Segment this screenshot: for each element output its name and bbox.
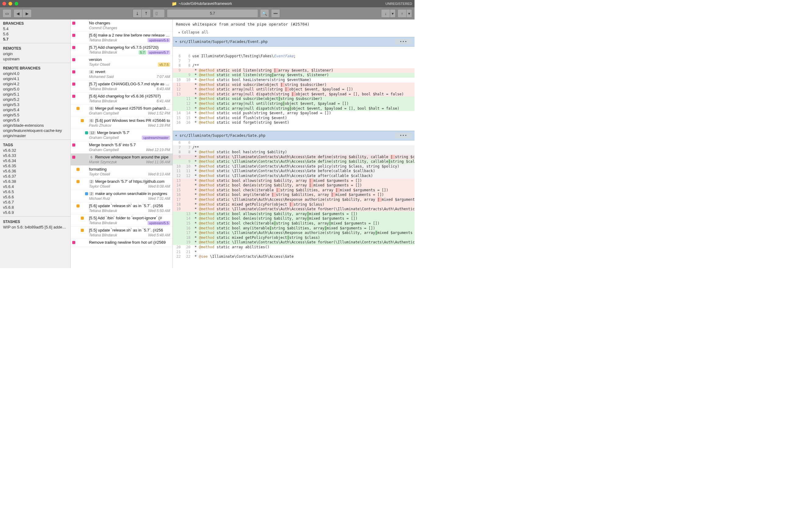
search-button[interactable]: 🔍 bbox=[260, 9, 269, 18]
sidebar-item[interactable]: upstream bbox=[0, 56, 70, 62]
sidebar-item[interactable]: origin/5.5 bbox=[0, 112, 70, 118]
diff-line[interactable]: 13 * @method static bool allows(string $… bbox=[173, 179, 415, 183]
diff-line[interactable]: 77 bbox=[173, 59, 415, 64]
sidebar-item[interactable]: v5.6.4 bbox=[0, 184, 70, 189]
diff-line[interactable]: 12 * @method static array|null until(str… bbox=[173, 101, 415, 106]
diff-line[interactable]: 66use Illuminate\Support\Testing\Fakes\E… bbox=[173, 54, 415, 59]
commit-row[interactable]: [5.6] Add changelog for v5.6.36 (#25707)… bbox=[71, 93, 173, 105]
commit-row[interactable]: formattingTaylor OtwellWed 8:13 AM bbox=[71, 166, 173, 178]
sidebar-item[interactable]: v5.6.37 bbox=[0, 174, 70, 179]
commit-row[interactable]: Merge branch '5.6' into 5.7Graham Campbe… bbox=[71, 141, 173, 153]
close-icon[interactable] bbox=[2, 2, 6, 5]
back-button[interactable]: ◀ bbox=[13, 9, 22, 18]
diff-line[interactable]: 19 * @method static \Illuminate\Contract… bbox=[173, 207, 415, 212]
sidebar-item[interactable]: v5.6.33 bbox=[0, 153, 70, 158]
commit-row[interactable]: 12Merge branch '5.7'Graham Campbellupstr… bbox=[71, 129, 173, 141]
sidebar-item[interactable]: origin/5.4 bbox=[0, 107, 70, 112]
diff-line[interactable]: 9 * @method static \Illuminate\Contracts… bbox=[173, 159, 415, 164]
diff-line[interactable]: 88/** bbox=[173, 63, 415, 68]
diff-line[interactable]: 77/** bbox=[173, 145, 415, 150]
pull-button[interactable]: ⤓ bbox=[132, 9, 142, 18]
commit-row[interactable]: 6Merge pull request #25705 from pahan35/… bbox=[71, 105, 173, 117]
file-header[interactable]: src/Illuminate/Support/Facades/Gate.php•… bbox=[173, 131, 415, 141]
sidebar-item[interactable]: v5.6.34 bbox=[0, 158, 70, 163]
diff-line[interactable]: 1111 * @method static \Illuminate\Contra… bbox=[173, 169, 415, 174]
diff-line[interactable]: 13 * @method static array|null dispatch(… bbox=[173, 106, 415, 111]
diff-line[interactable]: 9 * @method static void listen(string | … bbox=[173, 68, 415, 73]
commit-row[interactable]: 6[5.6] port Windows test fixes PR #25646… bbox=[71, 117, 173, 129]
sidebar-item[interactable]: v5.6.36 bbox=[0, 168, 70, 174]
diff-line[interactable]: 1515 * @method static void flush(string … bbox=[173, 116, 415, 121]
push-button[interactable]: ⤒ bbox=[142, 9, 151, 18]
sidebar-item[interactable]: v5.6.9 bbox=[0, 210, 70, 215]
more-button[interactable]: ••• bbox=[271, 9, 280, 18]
diff-line[interactable]: 9 * @method static void listen(string|ar… bbox=[173, 73, 415, 78]
sidebar-item[interactable]: origin/5.3 bbox=[0, 102, 70, 107]
sort-up-button[interactable]: ↑ bbox=[397, 9, 407, 18]
minimize-icon[interactable] bbox=[9, 2, 12, 5]
file-menu-button[interactable]: ••• bbox=[395, 39, 412, 45]
terminal-button[interactable]: ⌷ bbox=[153, 9, 165, 18]
diff-line[interactable]: 9 * @method static \Illuminate\Contracts… bbox=[173, 155, 415, 160]
diff-line[interactable]: 11 * @method static void subscribe(objec… bbox=[173, 97, 415, 101]
diff-line[interactable]: 19 * @method static \Illuminate\Contract… bbox=[173, 240, 415, 245]
sidebar-item[interactable]: origin/master bbox=[0, 133, 70, 138]
commit-row[interactable]: [5.6] update `release.sh` as in `5.7`. (… bbox=[71, 202, 173, 214]
sidebar-item[interactable]: v5.6.6 bbox=[0, 194, 70, 199]
diff-line[interactable]: 66 bbox=[173, 141, 415, 145]
commit-row[interactable]: 2Merge branch '5.7' of https://github.co… bbox=[71, 178, 173, 190]
commit-row[interactable]: 6Remove whitespace from around the pipe … bbox=[71, 153, 173, 166]
branch-field[interactable]: 5.7 bbox=[167, 9, 258, 18]
sidebar-item[interactable]: v5.6.8 bbox=[0, 205, 70, 210]
sidebar-item[interactable]: origin bbox=[0, 51, 70, 56]
commit-row[interactable]: 2make any column searchable in postgresM… bbox=[71, 190, 173, 202]
sidebar-item[interactable]: origin/5.0 bbox=[0, 86, 70, 92]
diff-line[interactable]: 15 * @method static bool check(iterable … bbox=[173, 188, 415, 193]
sidebar-item[interactable]: 5.7 bbox=[0, 36, 70, 42]
diff-line[interactable]: 12 * @method static array|null until(str… bbox=[173, 87, 415, 92]
diff-line[interactable]: 11 * @method static void subscribe(objec… bbox=[173, 83, 415, 87]
sidebar-item[interactable]: origin/5.6 bbox=[0, 118, 70, 123]
diff-line[interactable]: 2222 * @see \Illuminate\Contracts\Auth\A… bbox=[173, 255, 415, 259]
sidebar-item[interactable]: 5.6 bbox=[0, 31, 70, 36]
diff-line[interactable]: 1010 * @method static \Illuminate\Contra… bbox=[173, 164, 415, 169]
sidebar-item[interactable]: v5.6.5 bbox=[0, 189, 70, 194]
sidebar-item[interactable]: WIP on 5.6: b4b89adf5 [5.6] added m bbox=[0, 225, 70, 230]
diff-line[interactable]: 88 * @method static bool has(string $abi… bbox=[173, 150, 415, 155]
sort-down-button[interactable]: ↓ bbox=[381, 9, 390, 18]
sidebar-item[interactable]: origin/5.2 bbox=[0, 97, 70, 102]
diff-line[interactable]: 1414 * @method static void push(string $… bbox=[173, 111, 415, 116]
commit-row[interactable]: [5.6] make a 2 new line before new relea… bbox=[71, 32, 173, 44]
diff-line[interactable]: 2121 * bbox=[173, 250, 415, 255]
commit-row[interactable]: [5.7] update CHANGELOG-5.7.md style as i… bbox=[71, 80, 173, 93]
commit-row[interactable]: [5.5] Add `/bin` folder to `export-ignor… bbox=[71, 214, 173, 227]
file-header[interactable]: src/Illuminate/Support/Facades/Event.php… bbox=[173, 37, 415, 47]
diff-line[interactable]: 18 * @method static mixed getPolicyFor(o… bbox=[173, 202, 415, 207]
diff-line[interactable]: 1616 * @method static void forget(string… bbox=[173, 120, 415, 125]
commit-row[interactable]: [5.5] update `release.sh` as in `5.7`. (… bbox=[71, 227, 173, 239]
zoom-icon[interactable] bbox=[15, 2, 18, 5]
sidebar-item[interactable]: origin/4.2 bbox=[0, 81, 70, 86]
sidebar-item[interactable]: v5.6.32 bbox=[0, 148, 70, 153]
sidebar-item[interactable]: origin/feature/eloquent-cache-key bbox=[0, 128, 70, 133]
diff-line[interactable]: 14 * @method static bool denies(string $… bbox=[173, 183, 415, 188]
forward-button[interactable]: ▶ bbox=[22, 9, 32, 18]
file-menu-button[interactable]: ••• bbox=[395, 133, 412, 138]
diff-line[interactable]: 1010 * @method static bool hasListeners(… bbox=[173, 78, 415, 83]
sidebar-item[interactable]: origin/4.0 bbox=[0, 71, 70, 76]
sidebar-item[interactable]: origin/4.1 bbox=[0, 76, 70, 81]
commit-row[interactable]: No changesCommit Changes bbox=[71, 19, 173, 32]
diff-line[interactable]: 1212 * @method static \Illuminate\Contra… bbox=[173, 174, 415, 179]
diff-line[interactable]: 17 * @method static \Illuminate\Auth\Acc… bbox=[173, 231, 415, 235]
sidebar-item[interactable]: 5.4 bbox=[0, 26, 70, 31]
sort-down-menu[interactable]: ▾ bbox=[390, 9, 396, 18]
diff-line[interactable]: 13 * @method static array|null dispatch(… bbox=[173, 92, 415, 97]
diff-line[interactable]: 18 * @method static mixed getPolicyFor(o… bbox=[173, 235, 415, 240]
diff-line[interactable]: 16 * @method static bool any(iterable | … bbox=[173, 193, 415, 197]
sidebar-item[interactable]: origin/blade-extensions bbox=[0, 123, 70, 128]
diff-line[interactable]: 13 * @method static bool allows(string $… bbox=[173, 212, 415, 217]
diff-line[interactable]: 14 * @method static bool denies(string $… bbox=[173, 216, 415, 221]
commit-row[interactable]: versionTaylor Otwellv5.7.5 bbox=[71, 56, 173, 68]
sidebar-item[interactable]: origin/5.1 bbox=[0, 92, 70, 97]
sidebar-toggle-button[interactable]: ▭ bbox=[2, 9, 12, 18]
